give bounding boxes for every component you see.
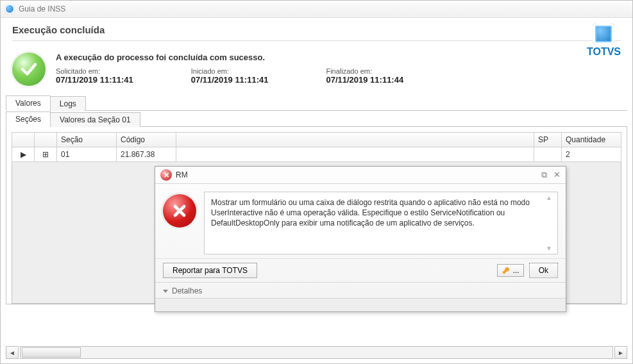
error-dialog: ✕ RM ⧉ ✕ Mostrar um formulário ou uma ca…	[155, 166, 566, 312]
outer-tabs: Valores Logs	[6, 95, 627, 111]
dialog-body: Mostrar um formulário ou uma caixa de di…	[155, 184, 566, 258]
close-icon[interactable]: ✕	[553, 170, 561, 180]
tab-secoes[interactable]: Seções	[6, 112, 51, 127]
brand-logo: TOTVS	[587, 23, 621, 58]
solicited-label: Solicitado em:	[56, 67, 133, 75]
scroll-right-button[interactable]: ►	[614, 346, 627, 359]
brand-icon	[593, 23, 614, 45]
horizontal-scrollbar[interactable]: ◄ ►	[6, 347, 627, 358]
data-grid[interactable]: Seção Código SP Quantidade ▶ ⊞ 01 21.867…	[12, 132, 621, 162]
col-gap	[176, 133, 534, 147]
cell-gap	[176, 147, 534, 162]
tab-logs[interactable]: Logs	[50, 96, 86, 111]
finished-label: Finalizado em:	[326, 67, 403, 75]
finished-value: 07/11/2019 11:11:44	[326, 75, 403, 85]
cell-secao: 01	[57, 147, 117, 162]
app-icon	[4, 4, 15, 14]
expand-icon[interactable]: ⊞	[35, 147, 57, 162]
titlebar: Guia de INSS	[1, 1, 632, 18]
time-finished: Finalizado em: 07/11/2019 11:11:44	[326, 67, 403, 85]
row-indicator-icon: ▶	[12, 147, 35, 162]
dialog-title: RM	[176, 170, 188, 179]
report-button[interactable]: Reportar para TOTVS	[163, 263, 257, 278]
dialog-controls: ⧉ ✕	[541, 170, 561, 180]
dialog-footer	[155, 298, 566, 311]
scroll-left-button[interactable]: ◄	[6, 346, 19, 359]
error-small-icon: ✕	[160, 169, 172, 181]
details-label: Detalhes	[172, 286, 202, 295]
header-divider	[12, 40, 621, 41]
error-message-box: Mostrar um formulário ou uma caixa de di…	[204, 192, 558, 254]
solicited-value: 07/11/2019 11:11:41	[56, 75, 133, 85]
page-title: Execução concluída	[12, 24, 621, 35]
tool-button[interactable]: ...	[497, 264, 524, 277]
execution-times: Solicitado em: 07/11/2019 11:11:41 Inici…	[56, 67, 621, 85]
success-icon	[12, 53, 46, 86]
error-icon	[163, 194, 196, 228]
tab-valores[interactable]: Valores	[6, 95, 51, 111]
col-codigo[interactable]: Código	[117, 133, 176, 147]
table-row[interactable]: ▶ ⊞ 01 21.867.38 2	[12, 147, 621, 162]
window-title: Guia de INSS	[19, 4, 65, 13]
time-started: Iniciado em: 07/11/2019 11:11:41	[191, 67, 269, 85]
expand-header	[35, 133, 57, 147]
cell-quantidade: 2	[562, 147, 621, 162]
page-header: Execução concluída TOTVS	[1, 18, 632, 45]
execution-info: A execução do processo foi concluída com…	[56, 53, 621, 85]
col-quantidade[interactable]: Quantidade	[562, 133, 621, 147]
grid-header-row: Seção Código SP Quantidade	[12, 133, 621, 147]
more-label: ...	[513, 266, 519, 275]
inner-tabs: Seções Valores da Seção 01	[6, 111, 627, 127]
time-solicited: Solicitado em: 07/11/2019 11:11:41	[56, 67, 133, 85]
started-label: Iniciado em:	[191, 67, 269, 75]
wrench-icon	[502, 266, 511, 275]
main-window: Guia de INSS Execução concluída TOTVS A …	[0, 0, 633, 364]
error-message: Mostrar um formulário ou uma caixa de di…	[211, 198, 530, 228]
pin-icon[interactable]: ⧉	[541, 170, 547, 180]
tab-valores-secao[interactable]: Valores da Seção 01	[50, 112, 140, 127]
cell-sp	[534, 147, 562, 162]
ok-button[interactable]: Ok	[529, 263, 558, 278]
col-sp[interactable]: SP	[534, 133, 562, 147]
dialog-titlebar: ✕ RM ⧉ ✕	[155, 167, 566, 184]
cell-codigo: 21.867.38	[117, 147, 176, 162]
details-expander[interactable]: Detalhes	[155, 282, 566, 298]
execution-summary: A execução do processo foi concluída com…	[1, 45, 632, 90]
execution-message: A execução do processo foi concluída com…	[56, 53, 621, 62]
dialog-buttons: Reportar para TOTVS ... Ok	[155, 258, 566, 282]
message-scrollbar[interactable]: ▲▼	[546, 194, 556, 252]
row-indicator-header	[12, 133, 35, 147]
scroll-track[interactable]	[20, 346, 613, 359]
chevron-down-icon	[163, 290, 168, 293]
col-secao[interactable]: Seção	[57, 133, 117, 147]
scroll-thumb[interactable]	[22, 347, 81, 358]
started-value: 07/11/2019 11:11:41	[191, 75, 269, 85]
brand-text: TOTVS	[587, 46, 621, 58]
